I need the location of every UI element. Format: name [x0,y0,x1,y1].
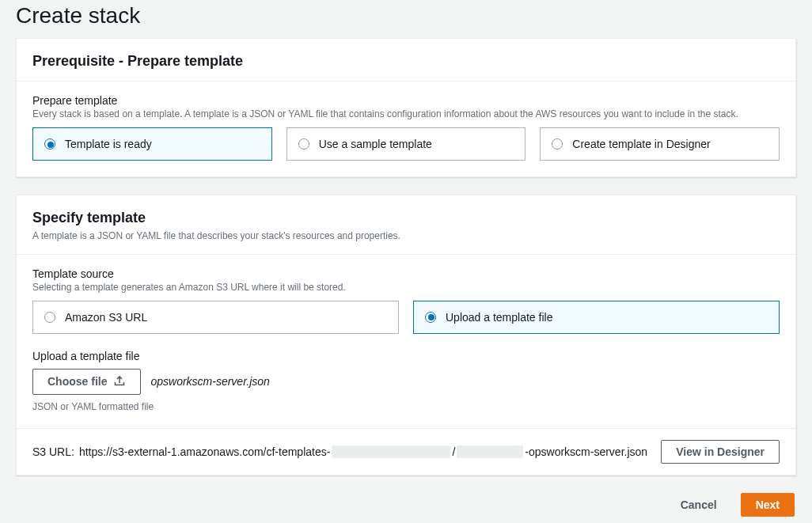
template-source-options: Amazon S3 URL Upload a template file [32,301,780,334]
s3-url-value: https://s3-external-1.amazonaws.com/cf-t… [79,445,656,458]
option-label: Use a sample template [319,138,432,150]
prepare-template-label: Prepare template [32,94,780,107]
option-upload-file[interactable]: Upload a template file [413,301,780,334]
option-label: Upload a template file [446,311,552,324]
option-template-ready[interactable]: Template is ready [32,127,272,161]
radio-icon [44,312,55,323]
cancel-button[interactable]: Cancel [666,493,731,517]
option-label: Template is ready [65,138,152,150]
prerequisite-panel: Prerequisite - Prepare template Prepare … [16,38,796,177]
radio-icon [298,138,309,150]
prerequisite-title: Prerequisite - Prepare template [32,53,780,70]
view-in-designer-button[interactable]: View in Designer [661,440,780,464]
next-button[interactable]: Next [741,493,795,517]
radio-icon [425,312,436,323]
template-source-hint: Selecting a template generates an Amazon… [32,282,780,293]
option-label: Amazon S3 URL [65,311,147,324]
s3-url-label: S3 URL: [32,445,74,458]
option-s3-url[interactable]: Amazon S3 URL [32,301,399,334]
file-format-hint: JSON or YAML formatted file [32,401,780,412]
option-label: Create template in Designer [572,138,710,150]
redacted-segment [332,445,450,458]
option-sample-template[interactable]: Use a sample template [286,127,526,161]
s3-url-suffix: -opsworkscm-server.json [525,445,647,458]
specify-desc: A template is a JSON or YAML file that d… [32,229,780,243]
radio-icon [552,138,563,150]
redacted-segment [457,445,523,458]
upload-icon [113,374,126,389]
radio-icon [44,138,55,150]
prepare-template-hint: Every stack is based on a template. A te… [32,108,780,119]
choose-file-button[interactable]: Choose file [32,369,141,395]
template-source-label: Template source [32,267,780,280]
option-create-in-designer[interactable]: Create template in Designer [540,127,780,161]
s3-url-prefix: https://s3-external-1.amazonaws.com/cf-t… [79,445,330,458]
upload-label: Upload a template file [32,350,780,362]
page-title: Create stack [16,0,796,38]
s3-url-separator: / [452,445,455,458]
s3-url-row: S3 URL: https://s3-external-1.amazonaws.… [17,428,795,475]
uploaded-filename: opsworkscm-server.json [150,375,269,388]
upload-section: Upload a template file Choose file opswo… [32,350,780,412]
specify-title: Specify template [32,210,780,226]
footer-actions: Cancel Next [16,493,796,517]
prepare-template-options: Template is ready Use a sample template … [32,127,780,161]
choose-file-label: Choose file [47,375,107,388]
specify-template-panel: Specify template A template is a JSON or… [16,195,796,476]
